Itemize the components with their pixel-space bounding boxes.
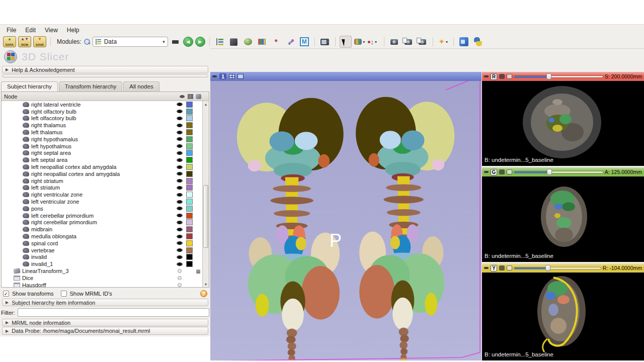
red-slice-controller-bar[interactable]: R S: 200.0000mm	[482, 72, 644, 81]
visibility-eye-icon[interactable]	[177, 103, 183, 106]
visibility-eye-icon[interactable]	[177, 221, 183, 224]
markups-button[interactable]: *	[270, 36, 282, 48]
show-mrml-ids-checkbox[interactable]	[61, 291, 67, 297]
tree-row[interactable]: right thalamus	[2, 122, 202, 129]
tab-subject-hierarchy[interactable]: Subject hierarchy	[1, 81, 58, 92]
tree-row[interactable]: left ventricular zone	[2, 198, 202, 205]
slider-handle[interactable]	[546, 73, 551, 79]
color-tables-button[interactable]	[256, 36, 268, 48]
tree-header[interactable]: Node	[2, 92, 209, 101]
visibility-eye-icon[interactable]	[177, 262, 183, 266]
module-forward-button[interactable]: ▶	[195, 37, 205, 47]
place-point-button[interactable]: ↕▾	[368, 36, 380, 48]
slider-handle[interactable]	[547, 169, 552, 175]
show-transforms-checkbox[interactable]: ✓	[3, 291, 9, 297]
visibility-eye-icon[interactable]	[177, 172, 183, 175]
color-swatch[interactable]	[186, 143, 193, 149]
color-swatch[interactable]	[186, 109, 193, 115]
tree-row[interactable]: left neopallial cortex abd amygdala	[2, 163, 202, 170]
pin-icon[interactable]	[484, 267, 489, 269]
maximize-view-icon[interactable]	[507, 265, 512, 270]
transform-column-header-icon[interactable]	[194, 94, 202, 99]
segmentations-button[interactable]	[242, 36, 254, 48]
collapsed-section-bar[interactable]	[2, 74, 208, 77]
sagittal-ct-slice-image[interactable]	[482, 263, 644, 360]
window-level-preset-button[interactable]: ▾	[354, 36, 366, 48]
color-swatch[interactable]	[186, 157, 193, 163]
help-icon[interactable]: ?	[200, 290, 207, 297]
visibility-eye-icon[interactable]	[177, 131, 183, 134]
color-swatch[interactable]	[186, 219, 193, 225]
module-back-button[interactable]: ◀	[183, 37, 193, 47]
load-dicom-button[interactable]: ▲▼ DCM	[18, 36, 31, 47]
transforms-button[interactable]	[284, 36, 296, 48]
yellow-slice-controller-bar[interactable]: Y R: -104.0000mm	[482, 263, 644, 273]
tree-row[interactable]: vertebrae	[2, 247, 202, 254]
tree-row[interactable]: invalid_1	[2, 260, 202, 267]
green-slice-controller-bar[interactable]: G A: 125.0000mm	[482, 167, 644, 176]
mrml-node-information-section[interactable]: ▶ MRML node information	[2, 319, 208, 326]
color-swatch[interactable]	[186, 185, 193, 191]
color-swatch[interactable]	[186, 261, 193, 267]
module-search-icon[interactable]	[84, 38, 91, 45]
visibility-eye-icon[interactable]	[177, 228, 183, 231]
tree-row[interactable]: Dice	[2, 275, 202, 282]
visibility-eye-icon[interactable]	[177, 200, 183, 204]
tree-row[interactable]: medulla oblongata	[2, 233, 202, 240]
color-swatch[interactable]	[186, 136, 193, 142]
tree-row[interactable]: left striatum	[2, 185, 202, 192]
tree-scrollbar[interactable]: ▲ ▼	[202, 101, 209, 287]
volume-rendering-button[interactable]	[228, 36, 240, 48]
axial-ct-slice-image[interactable]	[482, 72, 644, 166]
pin-icon[interactable]	[484, 75, 489, 77]
visibility-closed-eye-icon[interactable]	[178, 283, 182, 287]
color-swatch[interactable]	[186, 192, 193, 198]
threed-view[interactable]: 1	[210, 72, 481, 360]
slice-offset-slider[interactable]	[514, 169, 603, 175]
tab-all-nodes[interactable]: All nodes	[123, 81, 159, 92]
tree-row[interactable]: right ventricular zone	[2, 191, 202, 198]
tree-row[interactable]: Hausdorff	[2, 282, 202, 288]
menu-view[interactable]: View	[40, 26, 62, 35]
tree-row[interactable]: right striatum	[2, 177, 202, 185]
item-information-section[interactable]: ▶ Subject hierarchy item information	[2, 299, 208, 306]
save-button[interactable]: ▼ SAVE	[33, 36, 46, 47]
color-swatch[interactable]	[186, 129, 193, 135]
visibility-eye-icon[interactable]	[177, 137, 183, 141]
tree-row[interactable]: LinearTransform_3▦	[2, 267, 202, 275]
color-swatch[interactable]	[186, 240, 193, 246]
color-swatch[interactable]	[186, 164, 193, 170]
data-probe-section[interactable]: ▶ Data Probe: /home/maga/Documents/monai…	[2, 327, 208, 335]
link-views-icon[interactable]	[499, 169, 505, 174]
tree-row[interactable]: right neopallial cortex and amygdala	[2, 170, 202, 177]
menu-edit[interactable]: Edit	[21, 26, 40, 35]
threed-view-controller-bar[interactable]: 1	[210, 72, 481, 81]
python-console-button[interactable]	[472, 36, 484, 48]
tree-row[interactable]: right hypothamalus	[2, 136, 202, 143]
3d-rendering[interactable]	[210, 72, 481, 360]
color-swatch[interactable]	[186, 199, 193, 205]
visibility-closed-eye-icon[interactable]	[178, 269, 182, 273]
tree-row[interactable]: left septal area	[2, 156, 202, 163]
color-swatch[interactable]	[186, 247, 193, 253]
tree-row[interactable]: pons	[2, 205, 202, 212]
pin-icon[interactable]	[212, 75, 217, 77]
visibility-eye-icon[interactable]	[177, 186, 183, 190]
tree-row[interactable]: right olfactory bulb	[2, 108, 202, 115]
tab-transform-hierarchy[interactable]: Transform hierarchy	[59, 81, 122, 92]
color-swatch[interactable]	[186, 150, 193, 156]
visibility-column-header-icon[interactable]	[178, 95, 186, 98]
visibility-eye-icon[interactable]	[177, 248, 183, 252]
tree-row[interactable]: left thalamus	[2, 129, 202, 136]
red-slice-view[interactable]: R S: 200.0000mm B: undetermin...5_bas	[482, 72, 644, 166]
visibility-eye-icon[interactable]	[177, 158, 183, 162]
yellow-slice-view[interactable]: Y R: -104.0000mm B: undetermin...5_ba	[482, 263, 644, 360]
visibility-eye-icon[interactable]	[177, 124, 183, 127]
slice-offset-slider[interactable]	[514, 265, 601, 271]
scene-view-capture-button[interactable]	[403, 36, 415, 48]
module-history-button[interactable]	[170, 37, 181, 47]
visibility-eye-icon[interactable]	[177, 241, 183, 245]
color-swatch[interactable]	[186, 102, 193, 108]
color-swatch[interactable]	[186, 178, 193, 184]
visibility-eye-icon[interactable]	[177, 207, 183, 210]
